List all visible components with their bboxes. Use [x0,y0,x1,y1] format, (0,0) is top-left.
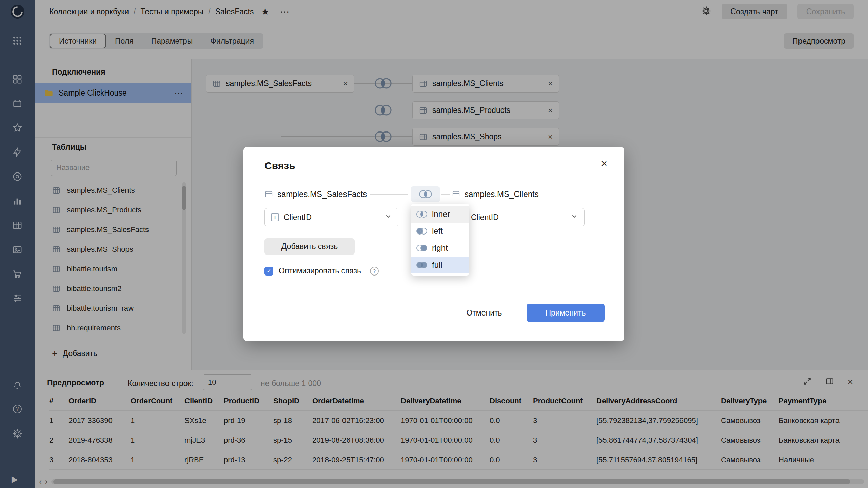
left-table-name: samples.MS_SalesFacts [277,186,367,202]
help-question-icon[interactable]: ? [370,267,379,276]
dialog-title: Связь [264,160,295,171]
table-icon [452,190,460,200]
right-field-select[interactable]: T ClientID [452,208,585,226]
venn-left-icon [416,227,428,236]
join-option-label: right [432,243,448,253]
chevron-down-icon [571,212,578,222]
join-option-label: full [432,260,442,270]
left-field-value: ClientID [284,213,312,222]
optimize-checkbox[interactable]: ✓ [264,267,273,276]
join-option-label: inner [432,209,450,219]
apply-button[interactable]: Применить [527,304,605,322]
join-connector-line [370,194,408,195]
join-option-full[interactable]: full [411,257,469,273]
field-type-icon: T [271,213,279,221]
optimize-label: Оптимизировать связь [279,266,361,276]
right-table-name: samples.MS_Clients [465,186,539,202]
right-field-value: ClientID [471,213,499,222]
table-icon [264,190,273,200]
join-option-left[interactable]: left [411,223,469,240]
join-option-inner[interactable]: inner [411,206,469,223]
join-tables-row: samples.MS_SalesFacts samples.MS_Clients [243,186,624,202]
join-type-dropdown: inner left right full [411,204,469,276]
venn-right-icon [416,244,428,252]
join-option-label: left [432,226,443,236]
join-connector-line [441,194,450,195]
join-option-right[interactable]: right [411,240,469,257]
cancel-button[interactable]: Отменить [460,304,508,322]
add-link-button[interactable]: Добавить связь [264,238,355,255]
optimize-option-row: ✓ Оптимизировать связь ? [264,266,379,276]
venn-full-icon [416,261,428,269]
close-dialog-icon[interactable]: × [601,158,607,169]
venn-inner-icon [416,210,428,219]
chevron-down-icon [384,212,392,222]
left-field-select[interactable]: T ClientID [264,208,398,226]
join-type-trigger[interactable] [411,186,440,202]
